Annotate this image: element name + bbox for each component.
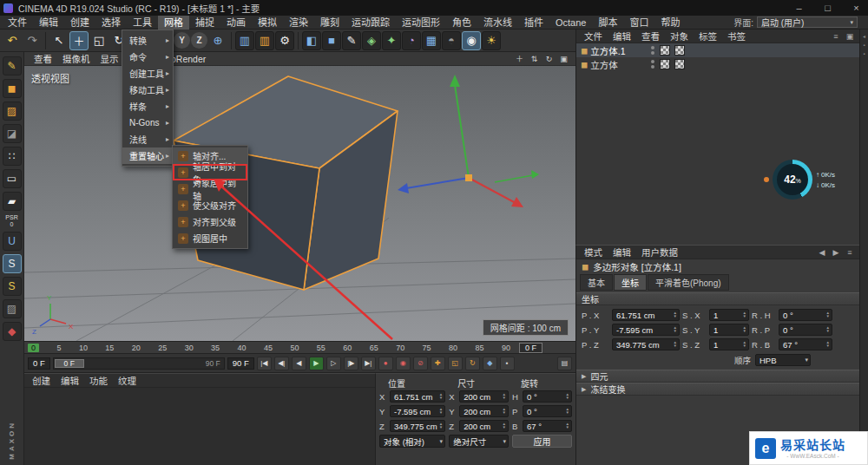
size-x-field[interactable]: 200 cm▲▼ — [459, 390, 509, 403]
spinner[interactable]: ▲▼ — [503, 422, 506, 429]
phong-tag-icon[interactable] — [674, 59, 685, 69]
sz-field[interactable]: 1▲▼ — [709, 338, 749, 350]
menubar-item-tools[interactable]: 工具 — [127, 16, 158, 29]
submenu-align-to-parent[interactable]: +对齐到父级 — [173, 213, 247, 230]
scale-tool-icon[interactable]: ◱ — [89, 31, 108, 50]
menubar-item-create[interactable]: 创建 — [64, 16, 95, 29]
mesh-menu-spline[interactable]: 样条▸ — [122, 98, 173, 115]
viewport[interactable]: 查看 摄像机 显示 ProRender ＋ ⇅ ↻ ▣ 透视视图 — [24, 52, 575, 341]
spinner[interactable]: ▲▼ — [826, 326, 830, 333]
menubar-item-pipeline[interactable]: 流水线 — [477, 16, 518, 29]
prev-frame-button[interactable]: ◀ — [292, 357, 306, 370]
om-filter-icon[interactable]: ≡ — [830, 32, 842, 41]
visibility-dots[interactable] — [651, 60, 654, 69]
am-menu-mode[interactable]: 模式 — [580, 246, 607, 259]
spinner[interactable]: ▲▼ — [743, 341, 746, 348]
parameter-key-toggle[interactable]: ◆ — [483, 357, 497, 370]
rh-field[interactable]: 0 °▲▼ — [779, 309, 832, 321]
quantize-icon[interactable]: S — [3, 277, 22, 296]
next-frame-button[interactable]: ▷ — [326, 357, 341, 370]
object-name[interactable]: 立方体 — [590, 58, 646, 71]
spinner[interactable]: ▲▼ — [674, 311, 677, 318]
slider-handle[interactable]: 0 F — [55, 359, 84, 368]
spinner[interactable]: ▲▼ — [439, 422, 443, 429]
spinner[interactable]: ▲▼ — [439, 408, 443, 415]
playhead[interactable]: 0 — [28, 344, 39, 352]
position-z-field[interactable]: 349.775 cm▲▼ — [390, 420, 445, 432]
am-menu-edit[interactable]: 编辑 — [608, 246, 635, 259]
menubar-item-sculpt[interactable]: 雕刻 — [314, 16, 345, 29]
play-button[interactable]: ▶ — [309, 357, 324, 370]
viewport-menu-camera[interactable]: 摄像机 — [58, 52, 95, 65]
object-row[interactable]: ◼ 立方体.1 — [576, 43, 859, 57]
menubar-item-simulate[interactable]: 模拟 — [252, 16, 283, 29]
end-frame-input[interactable]: 90 F — [227, 357, 254, 370]
light-icon[interactable]: ☀ — [482, 31, 501, 50]
mesh-menu-normals[interactable]: 法线▸ — [122, 131, 173, 147]
am-menu-userdata[interactable]: 用户数据 — [637, 246, 682, 259]
spinner[interactable]: ▲▼ — [439, 393, 443, 400]
live-selection-icon[interactable]: ↖ — [49, 31, 69, 50]
pla-key-toggle[interactable]: ▪ — [500, 357, 515, 370]
mesh-menu-reset-axis[interactable]: 重置轴心▸ — [122, 147, 173, 164]
rotation-key-toggle[interactable]: ↻ — [465, 357, 480, 370]
spinner[interactable]: ▲▼ — [566, 408, 569, 415]
render-settings-button[interactable]: ⚙ — [275, 31, 294, 50]
interface-layout-select[interactable]: 启动 (用户) ▾ — [757, 16, 858, 28]
polygons-mode-icon[interactable]: ▰ — [3, 192, 22, 211]
sx-field[interactable]: 1▲▼ — [709, 309, 749, 321]
timeline-ruler[interactable]: 0 5 10 15 20 25 30 35 40 45 50 55 60 65 … — [24, 341, 575, 354]
quaternion-section-header[interactable]: ▶ 四元 — [576, 370, 859, 383]
rb-field[interactable]: 67 °▲▼ — [779, 338, 832, 350]
z-axis-lock-button[interactable]: Z — [191, 32, 207, 49]
pz-field[interactable]: 349.775 cm▲▼ — [612, 338, 680, 350]
object-row[interactable]: ◼ 立方体 — [576, 57, 859, 71]
visibility-dots[interactable] — [651, 46, 654, 55]
cube-primitive-icon[interactable]: ■ — [322, 31, 341, 50]
viewport-maximize-icon[interactable]: ▣ — [557, 53, 570, 64]
goto-end-button[interactable]: ▶| — [361, 357, 376, 370]
camera-icon[interactable]: ◉ — [462, 31, 481, 50]
texture-tag-icon[interactable] — [660, 59, 670, 69]
undo-icon[interactable]: ↶ — [3, 31, 22, 50]
subdivision-surface-icon[interactable]: ◧ — [302, 31, 321, 50]
tab-phong[interactable]: 平滑着色(Phong) — [648, 274, 729, 291]
next-key-button[interactable]: |▶ — [344, 357, 358, 370]
current-frame-field[interactable]: 0 F — [519, 343, 542, 353]
viewport-rotate-icon[interactable]: ↻ — [542, 53, 556, 64]
menubar-item-window[interactable]: 窗口 — [623, 16, 654, 29]
y-axis-lock-button[interactable]: Y — [174, 32, 190, 49]
viewport-menu-view[interactable]: 查看 — [30, 52, 56, 65]
dock-tab-icon[interactable]: ◂ — [863, 33, 865, 39]
environment-icon[interactable]: ◓ — [442, 31, 461, 50]
texture-tag-icon[interactable] — [660, 45, 670, 56]
position-y-field[interactable]: -7.595 cm▲▼ — [390, 405, 445, 417]
texture-view-icon[interactable]: ▨ — [3, 299, 22, 318]
phong-tag-icon[interactable] — [674, 45, 685, 56]
record-options-button[interactable]: ⊘ — [413, 357, 428, 370]
menubar-item-script[interactable]: 脚本 — [592, 16, 623, 29]
viewport-pan-icon[interactable]: ＋ — [513, 53, 526, 64]
spinner[interactable]: ▲▼ — [566, 422, 569, 429]
axis-gizmo[interactable] — [398, 75, 539, 207]
layers-icon[interactable]: ▤ — [557, 357, 572, 370]
rotation-p-field[interactable]: 0 °▲▼ — [523, 405, 572, 417]
submenu-center-object-to-axis[interactable]: +对象居中到轴 — [173, 180, 247, 197]
viewport-menu-display[interactable]: 显示 — [96, 52, 123, 65]
enable-snap-icon[interactable]: S — [3, 254, 22, 273]
mesh-menu-convert[interactable]: 转换▸ — [122, 32, 173, 49]
material-menu-function[interactable]: 功能 — [85, 374, 112, 387]
size-y-field[interactable]: 200 cm▲▼ — [459, 405, 509, 417]
viewport-dolly-icon[interactable]: ⇅ — [528, 53, 541, 64]
menubar-item-snap[interactable]: 捕捉 — [189, 16, 220, 29]
menubar-item-file[interactable]: 文件 — [2, 16, 33, 29]
maximize-button[interactable]: □ — [816, 0, 839, 16]
coordinate-mode-select[interactable]: 对象 (相对)▾ — [379, 435, 445, 448]
om-menu-file[interactable]: 文件 — [580, 29, 607, 43]
floor-icon[interactable]: ▦ — [422, 31, 441, 50]
bend-deformer-icon[interactable]: ◔ — [402, 31, 421, 50]
rotation-h-field[interactable]: 0 °▲▼ — [523, 390, 572, 403]
position-key-toggle[interactable]: ✚ — [431, 357, 445, 370]
spinner[interactable]: ▲▼ — [503, 393, 506, 400]
mesh-menu-ngons[interactable]: N-Gons▸ — [122, 115, 173, 131]
